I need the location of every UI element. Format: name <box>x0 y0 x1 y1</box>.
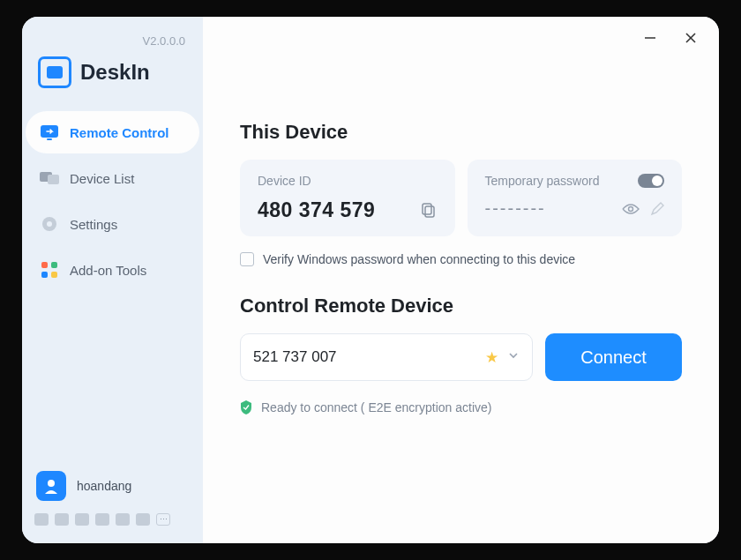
svg-rect-9 <box>51 272 57 278</box>
svg-point-5 <box>47 221 52 227</box>
bottom-icon-4[interactable] <box>95 513 109 526</box>
main-panel: This Device Device ID 480 374 579 Tempor… <box>203 17 719 543</box>
svg-rect-7 <box>51 262 57 268</box>
close-button[interactable] <box>684 31 698 45</box>
svg-point-10 <box>48 480 55 487</box>
sidebar-item-addon-tools[interactable]: Add-on Tools <box>26 249 199 291</box>
device-id-value: 480 374 579 <box>258 198 375 222</box>
svg-point-16 <box>629 206 633 211</box>
sidebar-item-label: Settings <box>70 217 117 232</box>
sidebar-item-settings[interactable]: Settings <box>26 203 199 245</box>
verify-password-checkbox[interactable] <box>240 252 254 266</box>
svg-rect-6 <box>41 262 48 268</box>
sidebar-item-label: Remote Control <box>70 125 169 140</box>
sidebar-item-label: Device List <box>70 171 134 186</box>
remote-control-icon <box>40 123 59 141</box>
svg-rect-14 <box>425 206 434 217</box>
bottom-icon-6[interactable] <box>136 513 150 526</box>
verify-password-label: Verify Windows password when connecting … <box>263 252 575 266</box>
status-text: Ready to connect ( E2E encryption active… <box>261 400 491 414</box>
star-icon[interactable]: ★ <box>485 348 498 367</box>
copy-icon[interactable] <box>422 203 438 219</box>
bottom-icon-2[interactable] <box>55 513 69 526</box>
device-id-label: Device ID <box>258 174 438 188</box>
connect-button[interactable]: Connect <box>545 333 682 381</box>
device-list-icon <box>40 169 59 187</box>
sidebar-item-device-list[interactable]: Device List <box>26 157 199 199</box>
sidebar-item-remote-control[interactable]: Remote Control <box>26 111 199 153</box>
bottom-icon-1[interactable] <box>34 513 49 526</box>
bottom-tool-icons: ⋯ <box>26 508 199 531</box>
this-device-heading: This Device <box>240 121 682 144</box>
user-block[interactable]: hoandang <box>26 464 199 508</box>
temp-password-label: Temporary password <box>485 174 600 188</box>
logo-text: DeskIn <box>80 60 150 85</box>
username: hoandang <box>77 479 131 493</box>
svg-rect-8 <box>41 272 48 278</box>
temp-password-toggle[interactable] <box>638 174 664 188</box>
svg-rect-3 <box>48 175 59 184</box>
logo-icon <box>38 56 71 88</box>
status-row: Ready to connect ( E2E encryption active… <box>240 400 682 414</box>
gear-icon <box>40 215 59 233</box>
bottom-icon-3[interactable] <box>75 513 89 526</box>
temp-password-mask: -------- <box>485 198 546 219</box>
window-controls <box>643 31 698 45</box>
remote-id-input-wrapper[interactable]: ★ <box>240 333 533 381</box>
sidebar: V2.0.0.0 DeskIn Remote Control Device Li… <box>22 17 203 543</box>
svg-rect-15 <box>423 204 431 214</box>
sidebar-item-label: Add-on Tools <box>70 263 146 278</box>
bottom-icon-5[interactable] <box>116 513 130 526</box>
logo: DeskIn <box>38 56 199 88</box>
eye-icon[interactable] <box>622 202 640 216</box>
app-window: V2.0.0.0 DeskIn Remote Control Device Li… <box>22 17 719 543</box>
svg-rect-1 <box>47 138 52 140</box>
bottom-more-icon[interactable]: ⋯ <box>156 513 170 526</box>
chevron-down-icon[interactable] <box>507 349 520 365</box>
pencil-icon[interactable] <box>650 202 664 216</box>
version-label: V2.0.0.0 <box>26 34 185 48</box>
shield-icon <box>240 400 252 414</box>
minimize-button[interactable] <box>643 31 657 45</box>
temp-password-card: Temporary password -------- <box>468 160 683 236</box>
remote-id-input[interactable] <box>253 348 485 366</box>
addon-icon <box>40 261 59 279</box>
device-id-card: Device ID 480 374 579 <box>240 160 455 236</box>
avatar <box>36 471 66 501</box>
verify-password-row: Verify Windows password when connecting … <box>240 252 682 266</box>
control-remote-heading: Control Remote Device <box>240 295 682 317</box>
